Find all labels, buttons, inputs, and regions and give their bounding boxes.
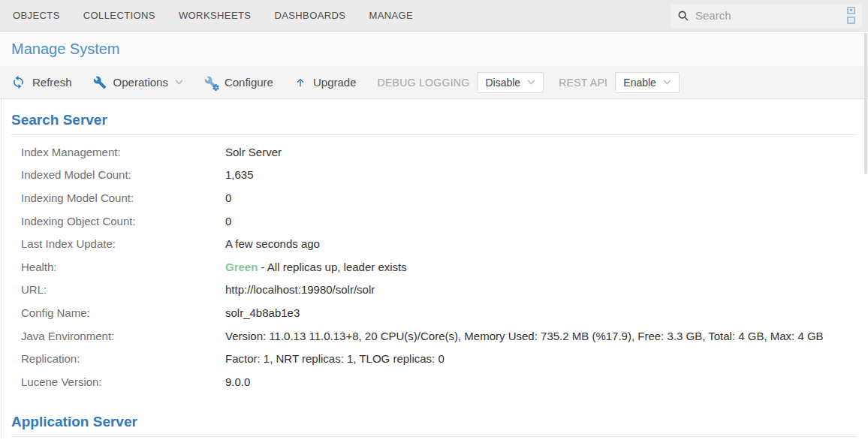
- row-label: Indexing Model Count:: [11, 191, 225, 204]
- nav-item-objects[interactable]: OBJECTS: [13, 10, 60, 21]
- row-value: 0: [225, 191, 231, 204]
- debug-logging-label: DEBUG LOGGING: [378, 77, 470, 89]
- row-label: Replication:: [11, 352, 225, 365]
- nav-item-worksheets[interactable]: WORKSHEETS: [179, 10, 251, 21]
- detail-row-indexing-model-count: Indexing Model Count: 0: [11, 186, 857, 209]
- refresh-label: Refresh: [32, 76, 72, 89]
- search-scope-icon[interactable]: [847, 7, 855, 24]
- refresh-button[interactable]: Refresh: [11, 75, 72, 89]
- search-server-details: Index Management: Solr Server Indexed Mo…: [11, 135, 857, 393]
- row-value: 9.0.0: [225, 375, 250, 388]
- row-value: solr_4b8ab1e3: [225, 306, 300, 319]
- vertical-scrollbar[interactable]: [864, 33, 867, 174]
- debug-logging-value: Disable: [485, 77, 520, 89]
- section-divider: [11, 436, 857, 437]
- operations-button[interactable]: Operations: [93, 76, 183, 89]
- detail-row-indexing-object-count: Indexing Object Count: 0: [11, 209, 857, 233]
- chevron-down-icon: [527, 80, 535, 85]
- detail-row-indexed-model-count: Indexed Model Count: 1,635: [11, 164, 857, 187]
- search-box[interactable]: [671, 4, 862, 28]
- section-title-application-server: Application Server: [11, 401, 857, 430]
- row-label: Last Index Update:: [11, 237, 225, 250]
- main-content: Search Server Index Management: Solr Ser…: [0, 99, 868, 437]
- left-edge-divider: [1, 99, 2, 437]
- row-value: A few seconds ago: [225, 237, 320, 250]
- row-value: 0: [225, 215, 231, 228]
- row-value: Green - All replicas up, leader exists: [225, 261, 407, 273]
- debug-logging-select[interactable]: Disable: [477, 72, 544, 93]
- detail-row-url: URL: http://localhost:19980/solr/solr: [11, 279, 857, 302]
- chevron-down-icon: [175, 80, 183, 85]
- row-value: Version: 11.0.13 11.0.13+8, 20 CPU(s)/Co…: [225, 330, 824, 342]
- search-input[interactable]: [695, 9, 823, 22]
- rest-api-select[interactable]: Enable: [615, 72, 680, 93]
- row-label: Indexing Object Count:: [11, 215, 225, 228]
- nav-item-dashboards[interactable]: DASHBOARDS: [274, 10, 345, 21]
- detail-row-last-index-update: Last Index Update: A few seconds ago: [11, 232, 857, 255]
- upgrade-button[interactable]: Upgrade: [294, 76, 357, 89]
- chevron-down-icon: [663, 80, 671, 85]
- search-icon: [677, 10, 689, 22]
- detail-row-health: Health: Green - All replicas up, leader …: [11, 255, 857, 279]
- rest-api-label: REST API: [559, 77, 607, 89]
- row-value: http://localhost:19980/solr/solr: [225, 283, 375, 296]
- row-label: Health:: [11, 261, 225, 273]
- health-status-badge: Green: [225, 261, 258, 273]
- configure-button[interactable]: Configure: [204, 76, 273, 89]
- detail-row-lucene-version: Lucene Version: 9.0.0: [11, 370, 857, 393]
- wrench-icon: [93, 76, 107, 89]
- detail-row-config-name: Config Name: solr_4b8ab1e3: [11, 301, 857, 324]
- nav-item-collections[interactable]: COLLECTIONS: [83, 10, 155, 21]
- wrench-gear-icon: [204, 76, 218, 89]
- upgrade-label: Upgrade: [313, 76, 357, 89]
- configure-label: Configure: [225, 76, 273, 89]
- upgrade-arrow-icon: [294, 77, 306, 89]
- row-label: Indexed Model Count:: [11, 168, 225, 181]
- row-label: Java Environment:: [11, 330, 225, 342]
- row-label: Lucene Version:: [11, 375, 225, 388]
- rest-api-value: Enable: [623, 77, 656, 89]
- page-title: Manage System: [11, 41, 120, 58]
- toolbar: Refresh Operations Configure: [0, 66, 868, 99]
- top-navbar: OBJECTS COLLECTIONS WORKSHEETS DASHBOARD…: [0, 0, 868, 32]
- operations-label: Operations: [113, 76, 168, 89]
- row-label: Config Name:: [11, 306, 225, 319]
- detail-row-replication: Replication: Factor: 1, NRT replicas: 1,…: [11, 347, 857, 370]
- detail-row-index-management: Index Management: Solr Server: [11, 140, 857, 164]
- title-bar: Manage System: [0, 32, 868, 66]
- row-label: Index Management:: [11, 146, 225, 158]
- nav-item-manage[interactable]: MANAGE: [369, 10, 413, 21]
- row-value: Solr Server: [225, 146, 282, 158]
- section-title-search-server: Search Server: [11, 99, 857, 128]
- refresh-icon: [11, 75, 26, 89]
- row-value: Factor: 1, NRT replicas: 1, TLOG replica…: [225, 352, 445, 365]
- row-label: URL:: [11, 283, 225, 296]
- detail-row-java-environment: Java Environment: Version: 11.0.13 11.0.…: [11, 324, 857, 348]
- health-status-text: - All replicas up, leader exists: [258, 261, 406, 273]
- row-value: 1,635: [225, 168, 254, 181]
